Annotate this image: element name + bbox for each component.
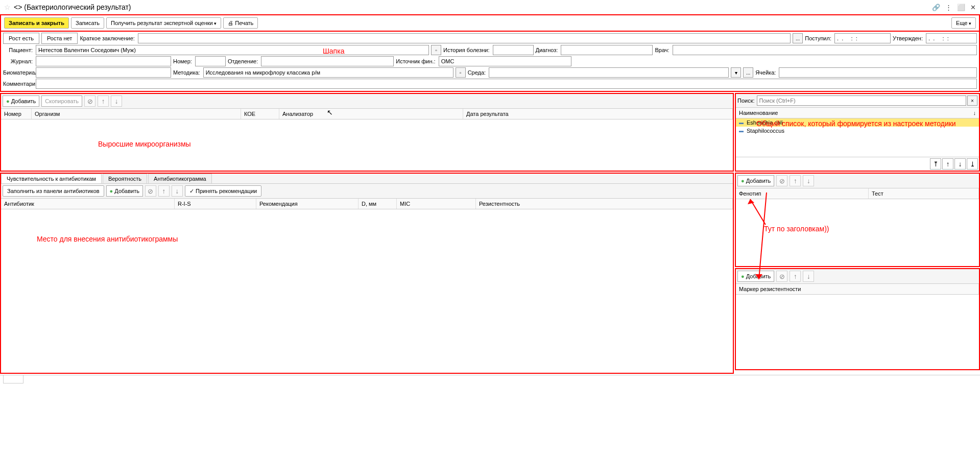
- tab-sensitivity[interactable]: Чувствительность к антибиотикам: [1, 174, 102, 183]
- antibio-table-body[interactable]: Место для внесения анитибиотикограммы: [1, 209, 733, 373]
- department-label: Отделение:: [228, 58, 259, 64]
- col-number[interactable]: Номер: [1, 109, 32, 119]
- more-button[interactable]: Еще: [951, 17, 976, 29]
- nav-first-button[interactable]: ⤒: [930, 158, 941, 170]
- nav-up-button[interactable]: ↑: [942, 158, 953, 170]
- reference-search-input[interactable]: [757, 95, 966, 106]
- growth-yes-button[interactable]: Рост есть: [3, 33, 39, 44]
- method-input[interactable]: [203, 67, 453, 78]
- conclusion-more-button[interactable]: ...: [793, 33, 803, 43]
- col-koe[interactable]: КОЕ: [241, 109, 279, 119]
- history-label: История болезни:: [443, 47, 491, 53]
- pheno-delete-button[interactable]: ⊘: [776, 175, 787, 186]
- marker-up-button[interactable]: ↑: [790, 271, 801, 282]
- medium-input[interactable]: [489, 67, 729, 78]
- pheno-add-button[interactable]: Добавить: [737, 175, 774, 186]
- short-conclusion-label: Краткое заключение:: [80, 35, 135, 41]
- organisms-down-button[interactable]: ↓: [111, 95, 122, 107]
- funding-input[interactable]: [439, 56, 571, 66]
- number-input[interactable]: [195, 56, 226, 66]
- col-name[interactable]: Наименование: [739, 110, 778, 116]
- col-phenotype[interactable]: Фенотип: [736, 188, 869, 199]
- tab-antibiogram[interactable]: Антибиотикограмма: [148, 174, 212, 183]
- organisms-up-button[interactable]: ↑: [98, 95, 109, 107]
- annotation-pheno: Тут по заголовкам)): [764, 225, 829, 233]
- save-close-button[interactable]: Записать и закрыть: [4, 17, 69, 29]
- received-input[interactable]: [834, 33, 891, 43]
- antibio-add-button[interactable]: Добавить: [106, 185, 143, 197]
- marker-down-button[interactable]: ↓: [803, 271, 814, 282]
- annotation-antibio: Место для внесения анитибиотикограммы: [37, 235, 178, 243]
- star-icon[interactable]: ☆: [4, 3, 11, 11]
- col-organism[interactable]: Организм: [32, 109, 241, 119]
- fill-from-panel-button[interactable]: Заполнить из панели антибиотиков: [3, 185, 104, 197]
- diagnosis-input[interactable]: [561, 45, 653, 55]
- patient-open-button[interactable]: ▫: [431, 45, 441, 55]
- department-input[interactable]: [261, 56, 394, 66]
- biomaterial-input[interactable]: [36, 67, 171, 78]
- journal-input[interactable]: [36, 56, 171, 66]
- history-input[interactable]: [493, 45, 534, 55]
- marker-table-body[interactable]: [736, 295, 979, 369]
- footer-tab[interactable]: [3, 375, 23, 383]
- doctor-input[interactable]: [673, 45, 977, 55]
- tab-probability[interactable]: Вероятность: [103, 174, 147, 183]
- cell-input[interactable]: [779, 67, 977, 78]
- approved-label: Утвержден:: [893, 35, 924, 41]
- col-mic[interactable]: MIC: [397, 199, 476, 209]
- antibio-down-button[interactable]: ↓: [172, 185, 183, 197]
- received-label: Поступил:: [805, 35, 832, 41]
- col-ris[interactable]: R-I-S: [175, 199, 256, 209]
- close-icon[interactable]: ✕: [970, 4, 976, 11]
- link-icon[interactable]: 🔗: [932, 4, 940, 11]
- nav-last-button[interactable]: ⤓: [967, 158, 978, 170]
- comment-input[interactable]: [36, 79, 977, 89]
- accept-recom-button[interactable]: ✓ Принять рекомендации: [185, 185, 261, 197]
- col-result-date[interactable]: Дата результата: [463, 109, 733, 119]
- short-conclusion-input[interactable]: [138, 33, 791, 43]
- medium-more-button[interactable]: ...: [743, 67, 753, 78]
- marker-delete-button[interactable]: ⊘: [776, 271, 787, 282]
- organisms-add-button[interactable]: Добавить: [3, 95, 39, 107]
- medium-dropdown-button[interactable]: ▾: [731, 67, 741, 78]
- antibiotics-panel: Чувствительность к антибиотикам Вероятно…: [0, 173, 734, 374]
- arrow-icon: [745, 197, 771, 227]
- pheno-up-button[interactable]: ↑: [790, 175, 801, 186]
- pheno-down-button[interactable]: ↓: [803, 175, 814, 186]
- reference-panel: Поиск: × Наименование ↓ ▬Esherichia coli…: [735, 93, 980, 172]
- patient-input[interactable]: [36, 45, 429, 55]
- method-open-button[interactable]: ▫: [456, 67, 466, 78]
- sort-indicator-icon[interactable]: ↓: [973, 110, 976, 116]
- col-dmm[interactable]: D, мм: [358, 199, 397, 209]
- growth-no-button[interactable]: Роста нет: [41, 33, 78, 44]
- col-marker[interactable]: Маркер резистентности: [736, 284, 979, 294]
- main-toolbar: Записать и закрыть Записать Получить рез…: [0, 14, 980, 31]
- search-clear-button[interactable]: ×: [967, 95, 977, 106]
- approved-input[interactable]: [926, 33, 977, 43]
- search-label: Поиск:: [737, 98, 756, 104]
- journal-label: Журнал:: [3, 58, 34, 64]
- organisms-delete-button[interactable]: ⊘: [84, 95, 95, 107]
- col-analyzer[interactable]: Анализатор: [279, 109, 463, 119]
- organisms-copy-button[interactable]: Скопировать: [41, 95, 82, 107]
- pheno-table-body[interactable]: Тут по заголовкам)): [736, 199, 979, 266]
- col-recom[interactable]: Рекомендация: [256, 199, 358, 209]
- col-resist[interactable]: Резистентность: [476, 199, 733, 209]
- list-item[interactable]: ▬Staphilococcus: [736, 127, 979, 135]
- marker-add-button[interactable]: Добавить: [737, 271, 774, 282]
- menu-icon[interactable]: ⋮: [945, 4, 952, 11]
- nav-down-button[interactable]: ↓: [954, 158, 966, 170]
- svg-line-0: [750, 199, 766, 225]
- expert-result-button[interactable]: Получить результат экспертной оценки: [106, 17, 221, 29]
- reference-list[interactable]: ▬Esherichia coli ▬Staphilococcus Общий с…: [736, 118, 979, 157]
- print-button[interactable]: Печать: [223, 17, 258, 29]
- maximize-icon[interactable]: ⬜: [957, 4, 965, 11]
- col-test[interactable]: Тест: [869, 188, 979, 199]
- antibio-delete-button[interactable]: ⊘: [145, 185, 156, 197]
- organisms-table-body[interactable]: Выросшие микроорганизмы ↖: [1, 119, 733, 171]
- list-item[interactable]: ▬Esherichia coli: [736, 118, 979, 127]
- cell-label: Ячейка:: [755, 69, 777, 76]
- antibio-up-button[interactable]: ↑: [158, 185, 170, 197]
- col-antibiotic[interactable]: Антибиотик: [1, 199, 175, 209]
- save-button[interactable]: Записать: [71, 17, 104, 29]
